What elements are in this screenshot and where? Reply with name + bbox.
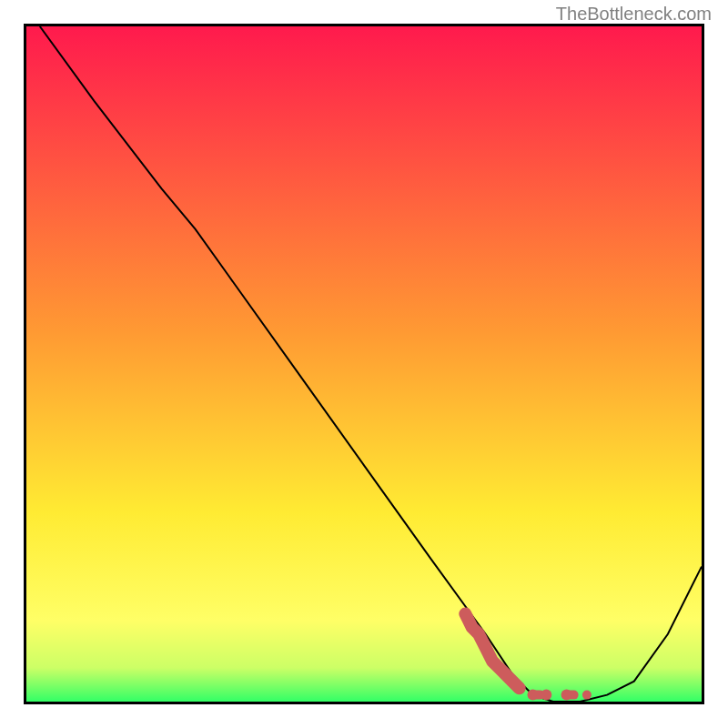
chart-plot-area (24, 24, 704, 704)
chart-curve-layer (26, 26, 702, 702)
bottleneck-curve-line (40, 26, 702, 702)
highlighted-region-markers (465, 614, 592, 701)
watermark-text: TheBottleneck.com (556, 4, 712, 25)
svg-point-3 (541, 690, 551, 701)
svg-point-6 (582, 691, 592, 700)
